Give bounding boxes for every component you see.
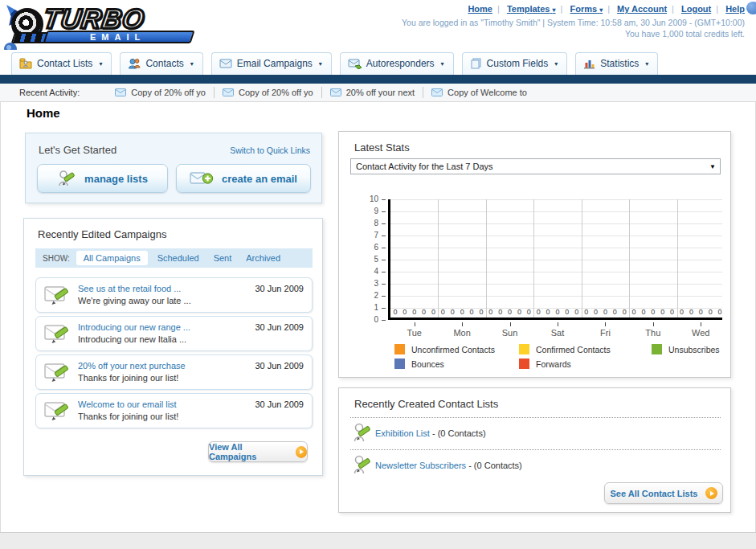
y-tick-label: 8 — [362, 219, 378, 227]
manage-lists-button[interactable]: manage lists — [37, 164, 168, 193]
tab-autoresponders[interactable]: Autoresponders▾ — [340, 52, 454, 75]
select-arrow-icon: ▼ — [709, 163, 716, 170]
filter-sent[interactable]: Sent — [214, 253, 232, 263]
y-tick — [382, 272, 386, 272]
recent-activity-item[interactable]: 20% off your next — [322, 88, 423, 97]
y-tick — [382, 320, 386, 321]
campaign-row: See us at the retail food ... We're givi… — [35, 277, 313, 313]
chevron-down-icon: ▾ — [599, 6, 603, 14]
bar-value-label: 0 — [697, 308, 705, 316]
legend-unsubscribes: Unsubscribes — [652, 344, 720, 354]
tab-contacts[interactable]: Contacts▾ — [120, 52, 202, 75]
bar-value-label: 0 — [716, 308, 724, 316]
bar-value-label: 0 — [554, 308, 562, 316]
gridline — [677, 199, 678, 318]
legend-swatch — [519, 358, 529, 369]
gridline — [582, 199, 582, 318]
nav-link-my-account[interactable]: My Account — [617, 4, 667, 14]
y-tick-label: 2 — [362, 291, 378, 300]
switch-quick-links-link[interactable]: Switch to Quick Links — [230, 145, 310, 155]
recent-activity-item[interactable]: Copy of Welcome to — [423, 88, 535, 97]
legend-swatch — [652, 344, 662, 354]
recently-edited-campaigns-panel: Recently Edited Campaigns SHOW: All Camp… — [23, 218, 323, 476]
stats-period-select[interactable]: Contact Activity for the Last 7 Days ▼ — [350, 158, 721, 174]
legend-swatch — [394, 358, 405, 369]
arrow-right-icon — [296, 446, 307, 458]
create-email-button[interactable]: create an email — [176, 164, 311, 193]
bar-value-label: 0 — [468, 308, 476, 316]
recent-activity-item[interactable]: Copy of 20% off yo — [107, 88, 214, 97]
view-all-campaigns-button[interactable]: View All Campaigns — [208, 441, 308, 462]
main-tabbar: Contact Lists▾ Contacts▾ Email Campaigns… — [0, 50, 756, 75]
chevron-down-icon: ▾ — [190, 60, 194, 68]
campaign-title-link[interactable]: Welcome to our email list — [78, 399, 177, 409]
y-tick-label: 5 — [362, 255, 378, 264]
recent-activity-item[interactable]: Copy of 20% off yo — [215, 88, 321, 97]
campaign-title-link[interactable]: 20% off your next purchase — [78, 361, 186, 371]
footer-strip — [0, 532, 756, 549]
x-tick — [510, 322, 511, 326]
tab-contact-lists[interactable]: Contact Lists▾ — [11, 52, 112, 75]
bar-value-label: 0 — [620, 308, 628, 316]
gridline — [390, 296, 722, 297]
bar-value-label: 0 — [429, 308, 437, 316]
bar-value-label: 0 — [525, 308, 533, 316]
see-all-contact-lists-button[interactable]: See All Contact Lists — [604, 482, 723, 504]
contact-list-row: Newsletter Subscribers - (0 Contacts) — [375, 461, 522, 470]
x-tick — [558, 322, 558, 326]
tab-statistics[interactable]: Statistics▾ — [575, 52, 658, 75]
bar-value-label: 0 — [601, 308, 609, 316]
arrow-right-icon — [705, 487, 717, 499]
y-tick — [382, 284, 386, 285]
filter-scheduled[interactable]: Scheduled — [157, 253, 199, 263]
campaign-title-link[interactable]: Introducing our new range ... — [78, 322, 190, 332]
envelope-icon — [330, 88, 341, 96]
nav-link-help[interactable]: Help — [725, 4, 745, 14]
tab-email-campaigns[interactable]: Email Campaigns▾ — [211, 52, 332, 75]
contact-list-link[interactable]: Newsletter Subscribers — [375, 461, 466, 470]
x-tick-label: Mon — [438, 328, 485, 338]
custom-fields-pages-icon — [470, 58, 482, 69]
gridline — [390, 199, 722, 200]
bar-value-label: 0 — [401, 308, 409, 316]
nav-link-home[interactable]: Home — [468, 4, 492, 14]
bar-value-label: 0 — [411, 308, 419, 316]
bar-value-label: 0 — [497, 308, 505, 316]
gridline — [438, 199, 439, 318]
list-pencil-icon — [353, 454, 371, 477]
chevron-down-icon: ▾ — [99, 60, 102, 68]
campaign-subtitle: Thanks for joining our list! — [78, 412, 178, 421]
y-tick — [382, 260, 386, 260]
contact-lists-folder-icon — [19, 58, 32, 69]
credits-line: You have 1,000 total credits left. — [402, 28, 745, 39]
bar-value-label: 0 — [515, 308, 523, 316]
nav-link-logout[interactable]: Logout — [681, 4, 711, 14]
chevron-down-icon: ▾ — [553, 6, 556, 14]
contact-list-link[interactable]: Exhibition List — [375, 428, 430, 438]
envelope-plus-icon — [190, 170, 214, 186]
campaign-date: 30 Jun 2009 — [255, 361, 304, 371]
latest-stats-panel: Latest Stats Contact Activity for the La… — [338, 131, 731, 378]
campaign-row: Welcome to our email list Thanks for joi… — [35, 393, 313, 428]
bar-value-label: 0 — [534, 308, 542, 316]
bar-value-label: 0 — [420, 308, 428, 316]
chart-plot-area: 00000000000000000000000000000000000 — [388, 199, 722, 320]
bar-value-label: 0 — [630, 308, 638, 316]
y-tick — [382, 223, 386, 224]
bar-value-label: 0 — [678, 308, 686, 316]
filter-archived[interactable]: Archived — [246, 253, 280, 263]
bar-value-label: 0 — [659, 308, 667, 316]
nav-link-forms[interactable]: Forms ▾ — [570, 4, 603, 14]
filter-all-campaigns[interactable]: All Campaigns — [76, 251, 148, 265]
campaign-title-link[interactable]: See us at the retail food ... — [78, 284, 181, 293]
gridline — [629, 199, 630, 318]
tab-custom-fields[interactable]: Custom Fields▾ — [462, 52, 568, 75]
logo-subtitle: EMAIL — [90, 32, 145, 42]
divider-bar — [0, 75, 756, 84]
get-started-title: Let's Get Started — [39, 144, 116, 156]
gridline — [390, 236, 722, 236]
x-tick-label: Sun — [486, 328, 533, 338]
nav-link-templates[interactable]: Templates ▾ — [507, 4, 556, 14]
bar-value-label: 0 — [592, 308, 600, 316]
x-tick — [653, 322, 654, 326]
